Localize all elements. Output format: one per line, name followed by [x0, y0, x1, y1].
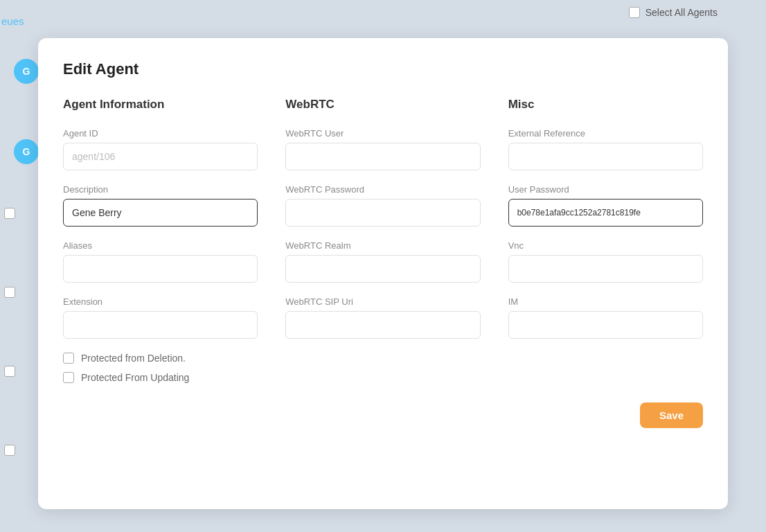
- webrtc-user-field: WebRTC User: [285, 128, 480, 170]
- misc-header: Misc: [508, 98, 703, 112]
- webrtc-sip-uri-field: WebRTC SIP Uri: [285, 296, 480, 339]
- user-password-field: User Password: [508, 184, 703, 227]
- avatar-1: G: [14, 59, 39, 84]
- modal-title: Edit Agent: [63, 60, 703, 78]
- agent-id-field: Agent ID: [63, 128, 258, 170]
- select-all-checkbox[interactable]: [629, 7, 640, 18]
- webrtc-password-label: WebRTC Password: [285, 184, 480, 195]
- select-all-label: Select All Agents: [645, 7, 718, 18]
- extension-label: Extension: [63, 296, 258, 307]
- aliases-field: Aliases: [63, 240, 258, 283]
- description-field: Description: [63, 184, 258, 227]
- description-input[interactable]: [63, 199, 258, 227]
- vnc-label: Vnc: [508, 240, 703, 251]
- external-reference-field: External Reference: [508, 128, 703, 170]
- external-reference-input[interactable]: [508, 143, 703, 170]
- protected-deletion-checkbox[interactable]: [63, 353, 74, 364]
- row-checkbox-2[interactable]: [4, 287, 15, 298]
- agent-id-label: Agent ID: [63, 128, 258, 139]
- webrtc-realm-field: WebRTC Realm: [285, 240, 480, 283]
- webrtc-user-label: WebRTC User: [285, 128, 480, 139]
- webrtc-realm-label: WebRTC Realm: [285, 240, 480, 251]
- im-field: IM: [508, 296, 703, 339]
- protected-updating-checkbox[interactable]: [63, 372, 74, 383]
- protected-updating-label: Protected From Updating: [81, 372, 189, 383]
- im-label: IM: [508, 296, 703, 307]
- webrtc-header: WebRTC: [285, 98, 480, 112]
- edit-agent-modal: Edit Agent Agent Information Agent ID De…: [38, 38, 728, 509]
- protected-deletion-label: Protected from Deletion.: [81, 353, 186, 364]
- sidebar-eues-text: eues: [0, 15, 24, 27]
- agent-id-input[interactable]: [63, 143, 258, 170]
- aliases-label: Aliases: [63, 240, 258, 251]
- webrtc-realm-input[interactable]: [285, 255, 480, 283]
- im-input[interactable]: [508, 311, 703, 339]
- row-checkbox-4[interactable]: [4, 445, 15, 456]
- external-reference-label: External Reference: [508, 128, 703, 139]
- row-checkbox-1[interactable]: [4, 208, 15, 219]
- extension-input[interactable]: [63, 311, 258, 339]
- webrtc-user-input[interactable]: [285, 143, 480, 170]
- user-password-label: User Password: [508, 184, 703, 195]
- user-password-input[interactable]: [508, 199, 703, 227]
- webrtc-password-field: WebRTC Password: [285, 184, 480, 227]
- protected-deletion-row: Protected from Deletion.: [63, 353, 258, 364]
- avatar-2: G: [14, 139, 39, 164]
- row-checkbox-3[interactable]: [4, 366, 15, 377]
- vnc-input[interactable]: [508, 255, 703, 283]
- webrtc-sip-uri-input[interactable]: [285, 311, 480, 339]
- save-button[interactable]: Save: [640, 402, 703, 428]
- vnc-field: Vnc: [508, 240, 703, 283]
- agent-info-header: Agent Information: [63, 98, 258, 112]
- webrtc-password-input[interactable]: [285, 199, 480, 227]
- aliases-input[interactable]: [63, 255, 258, 283]
- protected-updating-row: Protected From Updating: [63, 372, 258, 383]
- webrtc-sip-uri-label: WebRTC SIP Uri: [285, 296, 480, 307]
- description-label: Description: [63, 184, 258, 195]
- extension-field: Extension: [63, 296, 258, 339]
